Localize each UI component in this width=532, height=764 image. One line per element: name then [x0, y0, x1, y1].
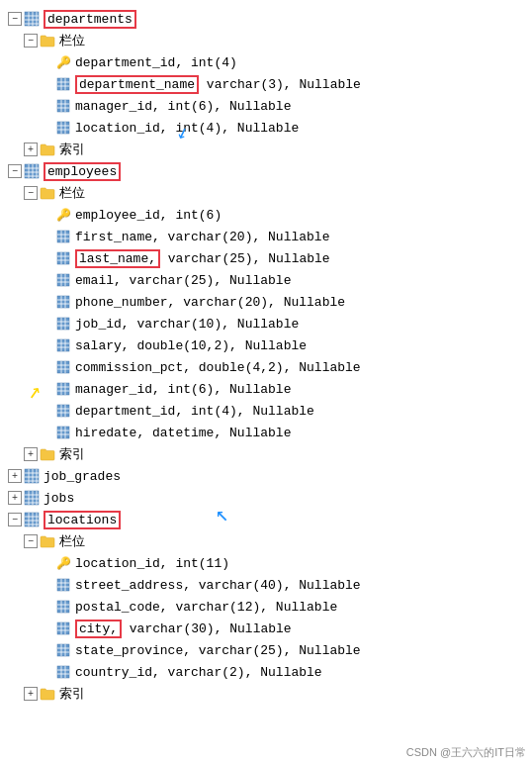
jobs-table-icon — [24, 490, 40, 506]
svg-rect-54 — [57, 339, 69, 351]
dep-dept-id-row[interactable]: 🔑 department_id, int(4) — [8, 51, 524, 73]
employees-indexes-label: 索引 — [59, 445, 85, 463]
dep-dept-name-row[interactable]: department_name varchar(3), Nullable ↙ — [8, 73, 524, 95]
emp-first-name-row[interactable]: first_name, varchar(20), Nullable — [8, 226, 524, 247]
emp-salary-label: salary, double(10,2), Nullable — [75, 338, 307, 353]
employees-label: employees — [44, 162, 121, 181]
emp-last-name-row[interactable]: last_name, varchar(25), Nullable — [8, 247, 524, 269]
col-icon-comm — [55, 359, 71, 375]
col-icon-job — [55, 316, 71, 332]
svg-rect-69 — [57, 405, 69, 417]
loc-postal-label: postal_code, varchar(12), Nullable — [75, 600, 337, 615]
node-employees: − employees − 栏位 🔑 employee_id, int(6) — [8, 160, 524, 465]
departments-columns-row[interactable]: − 栏位 — [8, 30, 524, 51]
employees-children: − 栏位 🔑 employee_id, int(6) first_name, v… — [8, 182, 524, 465]
locations-row[interactable]: − locations ↙ — [8, 509, 121, 530]
dep-mgr-id-row[interactable]: manager_id, int(6), Nullable — [8, 95, 524, 117]
emp-email-label: email, varchar(25), Nullable — [75, 273, 291, 288]
emp-dept-id-row[interactable]: department_id, int(4), Nullable — [8, 400, 524, 422]
departments-folder-icon — [40, 34, 55, 48]
dep-dept-id-label: department_id, int(4) — [75, 55, 237, 70]
col-icon-dep-name — [55, 76, 71, 92]
emp-job-id-row[interactable]: job_id, varchar(10), Nullable — [8, 313, 524, 334]
loc-street-label: street_address, varchar(40), Nullable — [75, 578, 361, 593]
tree-container: − departments − — [0, 4, 532, 709]
locations-columns-row[interactable]: − 栏位 — [8, 530, 524, 552]
departments-indexes-row[interactable]: + 索引 — [8, 139, 524, 160]
dep-mgr-id-label: manager_id, int(6), Nullable — [75, 99, 291, 114]
emp-mgr-id-row[interactable]: manager_id, int(6), Nullable ↗ — [8, 378, 524, 400]
jobs-row[interactable]: + jobs — [8, 487, 74, 509]
locations-toggle[interactable]: − — [8, 513, 22, 526]
dep-loc-id-row[interactable]: location_id, int(4), Nullable ↙ — [8, 117, 524, 139]
locations-indexes-row[interactable]: + 索引 — [8, 683, 524, 705]
col-icon-street — [55, 577, 71, 593]
svg-rect-110 — [57, 622, 69, 634]
loc-state-row[interactable]: state_province, varchar(25), Nullable — [8, 639, 524, 661]
dep-dept-name-highlighted: department_name — [75, 75, 199, 94]
job-grades-label: job_grades — [44, 469, 121, 484]
emp-phone-row[interactable]: phone_number, varchar(20), Nullable — [8, 291, 524, 313]
svg-rect-34 — [57, 252, 69, 264]
employees-columns-label: 栏位 — [59, 184, 85, 202]
job-grades-toggle[interactable]: + — [8, 469, 22, 483]
emp-job-id-label: job_id, varchar(10), Nullable — [75, 317, 299, 332]
node-job-grades: + job_grades — [8, 465, 524, 487]
col-icon-country — [55, 664, 71, 680]
employees-toggle[interactable]: − — [8, 164, 22, 178]
employees-row[interactable]: − employees — [8, 160, 121, 182]
departments-indexes-toggle[interactable]: + — [24, 143, 38, 156]
departments-toggle[interactable]: − — [8, 12, 22, 26]
loc-loc-id-row[interactable]: 🔑 location_id, int(11) — [8, 552, 524, 574]
jobs-toggle[interactable]: + — [8, 491, 22, 505]
svg-rect-49 — [57, 318, 69, 330]
col-icon-hire — [55, 425, 71, 440]
locations-table-icon — [24, 512, 40, 527]
col-icon-last-name — [55, 250, 71, 266]
emp-comm-row[interactable]: commission_pct, double(4,2), Nullable — [8, 356, 524, 378]
svg-rect-29 — [57, 231, 69, 242]
emp-emp-id-row[interactable]: 🔑 employee_id, int(6) — [8, 204, 524, 226]
col-icon-state — [55, 642, 71, 658]
employees-indexes-toggle[interactable]: + — [24, 447, 38, 461]
loc-country-label: country_id, varchar(2), Nullable — [75, 665, 322, 680]
emp-dept-id-label: department_id, int(4), Nullable — [75, 404, 314, 419]
locations-indexes-toggle[interactable]: + — [24, 687, 38, 701]
svg-rect-7 — [57, 78, 69, 90]
departments-label: departments — [44, 10, 136, 29]
col-icon-salary — [55, 337, 71, 353]
col-icon-dep-loc — [55, 120, 71, 136]
loc-country-row[interactable]: country_id, varchar(2), Nullable — [8, 661, 524, 683]
job-grades-row[interactable]: + job_grades — [8, 465, 121, 487]
employees-folder-icon — [40, 186, 55, 200]
emp-last-name-label: last_name, varchar(25), Nullable — [75, 251, 330, 266]
key-icon-emp: 🔑 — [55, 207, 71, 223]
employees-indexes-row[interactable]: + 索引 — [8, 443, 524, 465]
dep-dept-name-label: department_name varchar(3), Nullable — [75, 77, 361, 92]
svg-rect-115 — [57, 644, 69, 656]
emp-email-row[interactable]: email, varchar(25), Nullable — [8, 269, 524, 291]
blue-arrow-locations: ↙ — [216, 505, 228, 531]
svg-rect-105 — [57, 601, 69, 613]
departments-columns-toggle[interactable]: − — [24, 34, 38, 48]
emp-first-name-label: first_name, varchar(20), Nullable — [75, 230, 329, 244]
emp-emp-id-label: employee_id, int(6) — [75, 208, 222, 223]
emp-phone-label: phone_number, varchar(20), Nullable — [75, 295, 345, 310]
departments-row[interactable]: − departments — [8, 8, 136, 30]
emp-hiredate-row[interactable]: hiredate, datetime, Nullable — [8, 422, 524, 443]
departments-indexes-label: 索引 — [59, 141, 85, 158]
key-icon-dep: 🔑 — [55, 54, 71, 70]
employees-columns-row[interactable]: − 栏位 — [8, 182, 524, 204]
emp-hiredate-label: hiredate, datetime, Nullable — [75, 426, 291, 440]
employees-columns-toggle[interactable]: − — [24, 186, 38, 200]
loc-street-row[interactable]: street_address, varchar(40), Nullable — [8, 574, 524, 596]
loc-city-row[interactable]: city, varchar(30), Nullable — [8, 618, 524, 639]
col-icon-phone — [55, 294, 71, 310]
locations-columns-toggle[interactable]: − — [24, 534, 38, 548]
svg-rect-12 — [57, 100, 69, 112]
emp-salary-row[interactable]: salary, double(10,2), Nullable — [8, 334, 524, 356]
departments-table-icon — [24, 11, 40, 27]
loc-city-highlighted: city, — [75, 620, 122, 638]
emp-comm-label: commission_pct, double(4,2), Nullable — [75, 360, 361, 375]
loc-postal-row[interactable]: postal_code, varchar(12), Nullable — [8, 596, 524, 618]
